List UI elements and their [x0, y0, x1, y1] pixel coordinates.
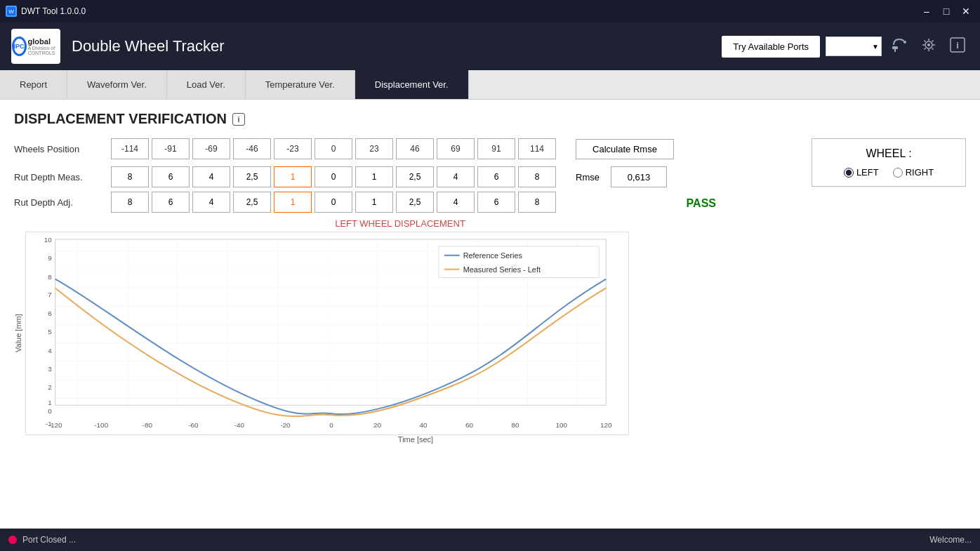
minimize-button[interactable]: –	[918, 4, 935, 18]
rut-meas-box[interactable]: 6	[152, 166, 190, 187]
wheel-right-radio[interactable]	[893, 168, 903, 178]
y-axis-label: Value [mm]	[14, 242, 22, 425]
svg-text:1: 1	[48, 399, 52, 406]
rut-depth-meas-boxes: 8642,51012,5468	[111, 166, 556, 187]
title-bar-text: DWT Tool 1.0.0.0	[21, 6, 86, 16]
svg-text:3: 3	[48, 365, 52, 373]
header: IPC global A Division of CONTROLS Double…	[0, 22, 980, 70]
title-bar: W DWT Tool 1.0.0.0 – □ ✕	[0, 0, 980, 22]
svg-text:Reference Series: Reference Series	[463, 251, 523, 260]
position-boxes: -114-91-69-46-23023466991114	[111, 138, 556, 159]
tab-bar: Report Waveform Ver. Load Ver. Temperatu…	[0, 70, 980, 100]
rut-meas-box[interactable]: 4	[437, 166, 475, 187]
window-controls[interactable]: – □ ✕	[918, 4, 974, 18]
position-box[interactable]: -69	[192, 138, 230, 159]
page-info-badge[interactable]: i	[232, 113, 245, 126]
position-box[interactable]: 23	[355, 138, 393, 159]
info-button[interactable]: i	[946, 34, 969, 60]
svg-text:-120: -120	[48, 421, 62, 429]
rut-meas-box[interactable]: 6	[477, 166, 515, 187]
connect-icon	[890, 36, 908, 54]
logo: IPC global A Division of CONTROLS	[11, 29, 60, 64]
position-box[interactable]: 69	[437, 138, 475, 159]
close-button[interactable]: ✕	[958, 4, 974, 18]
settings-button[interactable]	[917, 33, 941, 60]
svg-text:60: 60	[465, 421, 474, 429]
wheel-left-radio[interactable]	[844, 168, 854, 178]
pass-indicator: PASS	[576, 197, 716, 210]
rut-adj-box[interactable]: 8	[111, 192, 149, 213]
rut-adj-box[interactable]: 2,5	[396, 192, 434, 213]
rut-meas-box[interactable]: 8	[111, 166, 149, 187]
rut-adj-box[interactable]: 4	[437, 192, 475, 213]
rut-depth-meas-row: Rut Depth Meas. 8642,51012,5468 Rmse 0,6…	[14, 166, 786, 187]
position-box[interactable]: -23	[274, 138, 312, 159]
right-column: WHEEL : LEFT RIGHT	[804, 138, 966, 187]
svg-text:20: 20	[373, 421, 382, 429]
tab-waveform[interactable]: Waveform Ver.	[67, 70, 167, 99]
svg-text:7: 7	[48, 291, 52, 298]
rut-adj-box[interactable]: 6	[477, 192, 515, 213]
tab-report[interactable]: Report	[0, 70, 67, 99]
svg-point-5	[927, 44, 930, 46]
maximize-button[interactable]: □	[938, 4, 955, 18]
svg-text:i: i	[956, 40, 959, 51]
rut-meas-box[interactable]: 4	[192, 166, 230, 187]
try-ports-button[interactable]: Try Available Ports	[722, 36, 820, 58]
header-controls: Try Available Ports i	[722, 33, 969, 60]
wheel-selector-panel: WHEEL : LEFT RIGHT	[812, 138, 966, 187]
connect-button[interactable]	[887, 33, 911, 60]
rut-adj-box[interactable]: 1	[355, 192, 393, 213]
position-box[interactable]: 114	[518, 138, 556, 159]
rut-meas-box[interactable]: 1	[274, 166, 312, 187]
rut-adj-box[interactable]: 1	[274, 192, 312, 213]
svg-text:40: 40	[420, 421, 428, 429]
port-selector-wrap	[826, 36, 882, 56]
svg-text:100: 100	[555, 421, 567, 429]
rut-adj-box[interactable]: 6	[152, 192, 190, 213]
x-axis-label: Time [sec]	[45, 435, 786, 444]
tab-displacement[interactable]: Displacement Ver.	[355, 70, 469, 99]
position-box[interactable]: -114	[111, 138, 149, 159]
wheel-selector-title: WHEEL :	[829, 147, 948, 160]
svg-text:6: 6	[48, 310, 52, 317]
rut-adj-box[interactable]: 0	[314, 192, 352, 213]
wheel-right-option[interactable]: RIGHT	[893, 167, 934, 178]
position-box[interactable]: 0	[314, 138, 352, 159]
tab-temperature[interactable]: Temperature Ver.	[246, 70, 355, 99]
calculate-rmse-button[interactable]: Calculate Rmse	[576, 139, 674, 159]
chart-title: LEFT WHEEL DISPLACEMENT	[14, 218, 786, 229]
wheel-left-option[interactable]: LEFT	[844, 167, 879, 178]
position-box[interactable]: 46	[396, 138, 434, 159]
svg-rect-3	[892, 46, 898, 49]
svg-text:-60: -60	[188, 421, 199, 429]
position-box[interactable]: -46	[233, 138, 271, 159]
tab-load[interactable]: Load Ver.	[167, 70, 246, 99]
rmse-value: 0,613	[611, 166, 667, 187]
wheel-left-label: LEFT	[856, 167, 879, 178]
rut-depth-adj-boxes: 8642,51012,5468	[111, 192, 556, 213]
position-box[interactable]: 91	[477, 138, 515, 159]
wheel-radio-group[interactable]: LEFT RIGHT	[829, 167, 948, 178]
port-select[interactable]	[826, 36, 882, 56]
rut-adj-box[interactable]: 2,5	[233, 192, 271, 213]
svg-text:10: 10	[44, 236, 53, 244]
rut-meas-box[interactable]: 0	[314, 166, 352, 187]
displacement-chart: 10 9 8 7 6 5 4 3 2 1 0 -1 -120	[25, 232, 629, 435]
svg-text:-40: -40	[234, 421, 245, 429]
welcome-text: Welcome...	[929, 535, 972, 545]
svg-text:120: 120	[600, 421, 612, 429]
rut-depth-adj-row: Rut Depth Adj. 8642,51012,5468 PASS	[14, 192, 786, 213]
position-box[interactable]: -91	[152, 138, 190, 159]
page-title: DISPLACEMENT VERIFICATION i	[14, 111, 966, 127]
svg-text:5: 5	[48, 328, 52, 336]
rut-adj-box[interactable]: 4	[192, 192, 230, 213]
svg-text:0: 0	[48, 407, 52, 415]
rut-meas-box[interactable]: 2,5	[396, 166, 434, 187]
rut-adj-box[interactable]: 8	[518, 192, 556, 213]
rut-meas-box[interactable]: 1	[355, 166, 393, 187]
info-icon: i	[949, 36, 966, 53]
rut-meas-box[interactable]: 8	[518, 166, 556, 187]
port-status-indicator	[8, 536, 17, 544]
rut-meas-box[interactable]: 2,5	[233, 166, 271, 187]
